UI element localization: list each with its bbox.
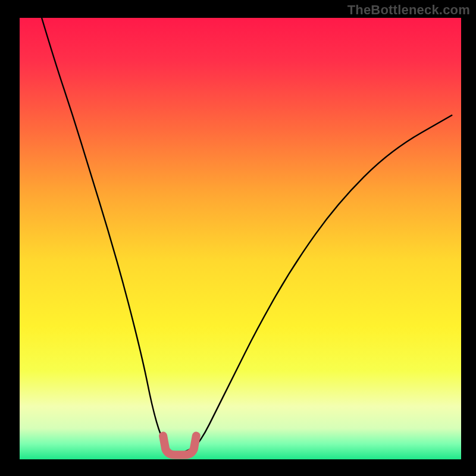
chart-frame: TheBottleneck.com [0, 0, 476, 476]
bottleneck-chart [0, 0, 476, 476]
watermark-label: TheBottleneck.com [347, 2, 470, 18]
plot-background [20, 18, 461, 459]
